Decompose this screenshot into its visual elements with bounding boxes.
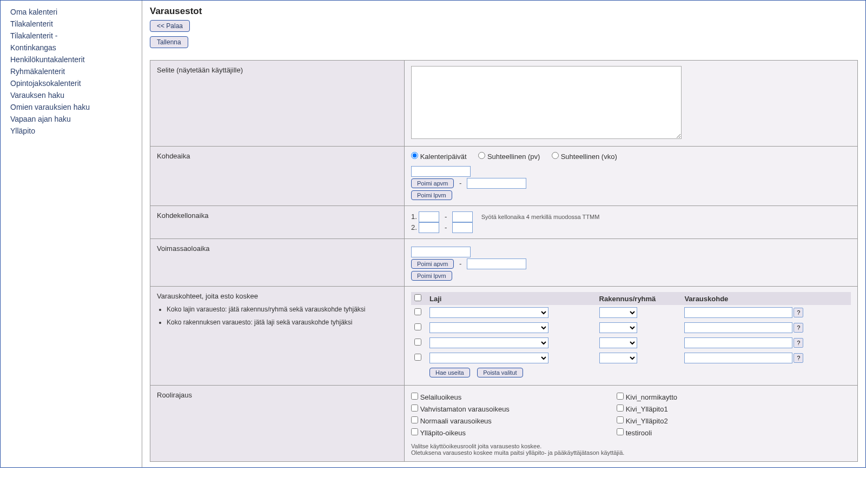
- role-label: Kivi_Ylläpito2: [626, 417, 668, 425]
- rakennus-select-2[interactable]: [599, 322, 637, 333]
- kohdeaika-end-input[interactable]: [467, 178, 526, 189]
- kello-2-label: 2.: [411, 223, 417, 231]
- varauskohde-input-3[interactable]: [684, 337, 792, 348]
- sidebar-item-varauksen-haku[interactable]: Varauksen haku: [10, 89, 142, 101]
- varauskohde-help-1[interactable]: ?: [794, 308, 803, 317]
- varauskohde-input-4[interactable]: [684, 353, 792, 363]
- kello-1-sep: -: [445, 213, 447, 221]
- radio-kalenteripaivat[interactable]: [411, 152, 418, 159]
- th-rakennus: Rakennus/ryhmä: [596, 292, 682, 305]
- poista-valitut-button[interactable]: Poista valitut: [477, 368, 523, 377]
- sidebar-item-oma-kalenteri[interactable]: Oma kalenteri: [10, 6, 142, 18]
- row-check-2[interactable]: [414, 323, 421, 330]
- role-kivi-yllapito2[interactable]: Kivi_Ylläpito2: [617, 415, 851, 427]
- selite-label-cell: Selite (näytetään käyttäjille): [150, 61, 405, 147]
- poimi-lpvm-button-1[interactable]: Poimi lpvm: [411, 190, 452, 200]
- kohdeaika-date-pickers: Poimi apvm - Poimi lpvm: [411, 166, 851, 200]
- kello-row-1: 1. - Syötä kellonaika 4 merkillä muodoss…: [411, 211, 851, 222]
- row-check-1[interactable]: [414, 308, 421, 315]
- role-label: Selailuoikeus: [420, 393, 462, 401]
- roolirajaus-hint2: Oletuksena varausesto koskee muita paits…: [411, 449, 851, 456]
- varauskohteet-label-cell: Varauskohteet, joita esto koskee Koko la…: [150, 287, 405, 386]
- hae-useita-button[interactable]: Hae useita: [429, 368, 470, 377]
- roolirajaus-value-cell: Selailuoikeus Vahvistamaton varausoikeus…: [405, 386, 858, 462]
- kello-hint: Syötä kellonaika 4 merkillä muodossa TTM…: [481, 214, 600, 220]
- laji-select-2[interactable]: [429, 322, 548, 333]
- selite-value-cell: [405, 61, 858, 147]
- rakennus-select-1[interactable]: [599, 307, 637, 318]
- voimassa-end-input[interactable]: [467, 258, 526, 269]
- varauskohde-input-2[interactable]: [684, 322, 792, 333]
- kello-1-end[interactable]: [452, 211, 473, 222]
- radio-suhteellinen-pv[interactable]: [478, 152, 485, 159]
- role-label: testirooli: [626, 429, 652, 437]
- radio-suhteellinen-vko-label[interactable]: Suhteellinen (vko): [552, 152, 617, 161]
- role-check-kivi-yllapito1[interactable]: [617, 404, 624, 412]
- kello-2-start[interactable]: [419, 222, 439, 233]
- back-button[interactable]: << Palaa: [150, 20, 190, 32]
- voimassa-date-pickers: Poimi apvm - Poimi lpvm: [411, 247, 851, 281]
- role-vahvistamaton[interactable]: Vahvistamaton varausoikeus: [411, 403, 617, 415]
- role-yllapito[interactable]: Ylläpito-oikeus: [411, 427, 617, 439]
- sidebar-item-henkilokuntakalenterit[interactable]: Henkilökuntakalenterit: [10, 54, 142, 65]
- role-label: Normaali varausoikeus: [420, 417, 492, 425]
- kohdeaika-value-cell: Kalenteripäivät Suhteellinen (pv) Suhtee…: [405, 147, 858, 206]
- th-laji: Laji: [426, 292, 596, 305]
- role-check-kivi-normikaytto[interactable]: [617, 393, 624, 400]
- voimassaoloaika-value-cell: Poimi apvm - Poimi lpvm: [405, 239, 858, 287]
- laji-select-1[interactable]: [429, 307, 548, 318]
- kello-2-end[interactable]: [452, 222, 473, 233]
- role-selailuoikeus[interactable]: Selailuoikeus: [411, 391, 617, 403]
- check-all[interactable]: [414, 294, 421, 301]
- laji-select-3[interactable]: [429, 337, 548, 348]
- role-kivi-normikaytto[interactable]: Kivi_normikaytto: [617, 391, 851, 403]
- th-check: [411, 292, 426, 305]
- poimi-lpvm-button-2[interactable]: Poimi lpvm: [411, 271, 452, 281]
- role-check-yllapito[interactable]: [411, 428, 418, 435]
- kohdekellonaika-value-cell: 1. - Syötä kellonaika 4 merkillä muodoss…: [405, 206, 858, 239]
- sidebar-item-opintojaksokalenterit[interactable]: Opintojaksokalenterit: [10, 77, 142, 89]
- selite-textarea[interactable]: [411, 66, 682, 139]
- sidebar-item-tilakalenterit[interactable]: Tilakalenterit: [10, 18, 142, 30]
- role-check-kivi-yllapito2[interactable]: [617, 416, 624, 423]
- role-check-selailuoikeus[interactable]: [411, 393, 418, 400]
- row-check-4[interactable]: [414, 354, 421, 361]
- poimi-apvm-button-1[interactable]: Poimi apvm: [411, 178, 454, 188]
- role-normaali[interactable]: Normaali varausoikeus: [411, 415, 617, 427]
- varauskohde-help-4[interactable]: ?: [794, 353, 803, 363]
- radio-suhteellinen-vko[interactable]: [552, 152, 559, 159]
- sidebar-item-vapaan-ajan-haku[interactable]: Vapaan ajan haku: [10, 113, 142, 125]
- sidebar-item-yllapito[interactable]: Ylläpito: [10, 125, 142, 137]
- poimi-apvm-button-2[interactable]: Poimi apvm: [411, 259, 454, 269]
- role-check-vahvistamaton[interactable]: [411, 404, 418, 412]
- radio-suhteellinen-pv-label[interactable]: Suhteellinen (pv): [478, 152, 540, 161]
- save-button[interactable]: Tallenna: [150, 36, 188, 48]
- row-check-3[interactable]: [414, 339, 421, 346]
- sidebar-item-tilakalenterit-kontinkangas-line2[interactable]: Kontinkangas: [10, 42, 142, 54]
- role-check-testirooli[interactable]: [617, 428, 624, 435]
- rakennus-select-3[interactable]: [599, 337, 637, 348]
- radio-kalenteripaivat-label[interactable]: Kalenteripäivät: [411, 152, 467, 161]
- sidebar-item-ryhmakalenterit[interactable]: Ryhmäkalenterit: [10, 65, 142, 77]
- kello-1-label: 1.: [411, 213, 417, 221]
- role-testirooli[interactable]: testirooli: [617, 427, 851, 439]
- app-frame: Oma kalenteri Tilakalenterit Tilakalente…: [0, 0, 866, 468]
- voimassa-start-input[interactable]: [411, 247, 471, 257]
- kello-1-start[interactable]: [419, 211, 439, 222]
- rakennus-select-4[interactable]: [599, 353, 637, 363]
- table-row: ?: [411, 350, 851, 366]
- role-column-2: Kivi_normikaytto Kivi_Ylläpito1 Kivi_Yll…: [617, 391, 851, 439]
- sidebar-item-omien-varauksien-haku[interactable]: Omien varauksien haku: [10, 101, 142, 113]
- th-varauskohde: Varauskohde: [681, 292, 851, 305]
- varauskohde-help-2[interactable]: ?: [794, 323, 803, 333]
- sidebar-item-tilakalenterit-kontinkangas-line1[interactable]: Tilakalenterit -: [10, 30, 142, 42]
- laji-select-4[interactable]: [429, 353, 548, 363]
- kello-row-2: 2. -: [411, 222, 851, 233]
- varauskohde-input-1[interactable]: [684, 307, 792, 318]
- varauskohde-help-3[interactable]: ?: [794, 338, 803, 348]
- kohdeaika-start-input[interactable]: [411, 166, 471, 177]
- role-label: Vahvistamaton varausoikeus: [420, 405, 510, 413]
- role-kivi-yllapito1[interactable]: Kivi_Ylläpito1: [617, 403, 851, 415]
- table-row: ?: [411, 335, 851, 350]
- role-check-normaali[interactable]: [411, 416, 418, 423]
